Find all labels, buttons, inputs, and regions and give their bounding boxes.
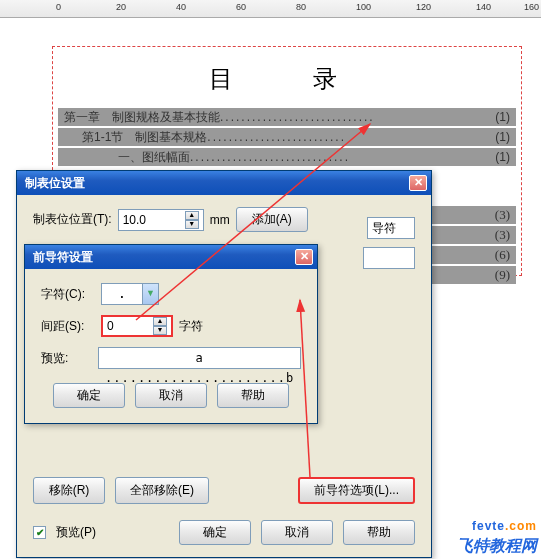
cancel-button[interactable]: 取消 <box>261 520 333 545</box>
ruler-tick: 120 <box>416 2 431 12</box>
remove-button[interactable]: 移除(R) <box>33 477 105 504</box>
ok-button[interactable]: 确定 <box>179 520 251 545</box>
preview-box: a ......................b <box>98 347 301 369</box>
tab-position-label: 制表位位置(T): <box>33 211 112 228</box>
watermark-text: 飞特教程网 <box>457 536 537 557</box>
table-of-contents: 第一章 制图规格及基本技能 ..........................… <box>58 108 516 168</box>
cancel-button[interactable]: 取消 <box>135 383 207 408</box>
preview-label: 预览(P) <box>56 524 96 541</box>
toc-leader: .............................. <box>190 148 491 166</box>
ruler-tick: 160 <box>524 2 539 12</box>
document-title: 目 录 <box>52 63 522 95</box>
preview-label: 预览: <box>41 350 92 367</box>
dialog-titlebar[interactable]: 制表位设置 ✕ <box>17 171 431 195</box>
spinner-up-icon[interactable]: ▲ <box>185 211 199 220</box>
ruler-tick: 140 <box>476 2 491 12</box>
leader-settings-dialog: 前导符设置 ✕ 字符(C): . ▼ 间距(S): ▲ ▼ 字符 预览: a .… <box>24 244 318 424</box>
spinner-down-icon[interactable]: ▼ <box>185 220 199 229</box>
spinner-up-icon[interactable]: ▲ <box>153 317 167 326</box>
char-value: . <box>102 287 142 301</box>
watermark-text: .com <box>505 519 537 533</box>
toc-row[interactable]: 第一章 制图规格及基本技能 ..........................… <box>58 108 516 126</box>
ruler-tick: 100 <box>356 2 371 12</box>
help-button[interactable]: 帮助 <box>217 383 289 408</box>
ruler-tick: 0 <box>56 2 61 12</box>
toc-row[interactable]: (6) <box>432 246 516 264</box>
help-button[interactable]: 帮助 <box>343 520 415 545</box>
add-button[interactable]: 添加(A) <box>236 207 308 232</box>
toc-leader: ............................. <box>220 108 491 126</box>
chevron-down-icon[interactable]: ▼ <box>142 284 158 304</box>
ruler-tick: 20 <box>116 2 126 12</box>
watermark: fevte.com 飞特教程网 <box>457 510 537 557</box>
leader-options-button[interactable]: 前导符选项(L)... <box>298 477 415 504</box>
ruler-tick: 80 <box>296 2 306 12</box>
toc-row[interactable]: (3) <box>432 206 516 224</box>
spacing-label: 间距(S): <box>41 318 95 335</box>
toc-row[interactable]: (9) <box>432 266 516 284</box>
close-icon[interactable]: ✕ <box>295 249 313 265</box>
toc-label: 第1-1节 制图基本规格 <box>82 128 207 146</box>
close-icon[interactable]: ✕ <box>409 175 427 191</box>
toc-page: (1) <box>491 108 510 126</box>
toc-label: 第一章 制图规格及基本技能 <box>64 108 220 126</box>
toc-page: (1) <box>491 128 510 146</box>
toc-page: (1) <box>491 148 510 166</box>
tab-position-input[interactable]: ▲ ▼ <box>118 209 204 231</box>
watermark-text: fevte <box>472 519 505 533</box>
toc-label: 一、图纸幅面 <box>118 148 190 166</box>
toc-leader: .......................... <box>207 128 491 146</box>
spacing-unit: 字符 <box>179 318 203 335</box>
char-label: 字符(C): <box>41 286 95 303</box>
toc-row[interactable]: (3) <box>432 226 516 244</box>
char-dropdown[interactable]: . ▼ <box>101 283 159 305</box>
leader-field-fragment: 导符 <box>367 217 415 239</box>
ok-button[interactable]: 确定 <box>53 383 125 408</box>
toc-row[interactable]: 第1-1节 制图基本规格 .......................... … <box>58 128 516 146</box>
dialog-titlebar[interactable]: 前导符设置 ✕ <box>25 245 317 269</box>
tab-position-field[interactable] <box>123 213 183 227</box>
horizontal-ruler: 0 20 40 60 80 100 120 140 160 <box>0 0 541 18</box>
spacing-input[interactable]: ▲ ▼ <box>101 315 173 337</box>
dialog-title: 前导符设置 <box>29 249 295 266</box>
dialog-title: 制表位设置 <box>21 175 409 192</box>
remove-all-button[interactable]: 全部移除(E) <box>115 477 209 504</box>
ruler-tick: 40 <box>176 2 186 12</box>
input-fragment[interactable] <box>363 247 415 269</box>
preview-checkbox[interactable]: ✔ <box>33 526 46 539</box>
spacing-field[interactable] <box>107 319 151 333</box>
spinner-down-icon[interactable]: ▼ <box>153 326 167 335</box>
toc-row[interactable]: 一、图纸幅面 .............................. (1… <box>58 148 516 166</box>
ruler-tick: 60 <box>236 2 246 12</box>
toc-obscured-rows: (3) (3) (6) (9) <box>432 206 516 286</box>
unit-label: mm <box>210 213 230 227</box>
